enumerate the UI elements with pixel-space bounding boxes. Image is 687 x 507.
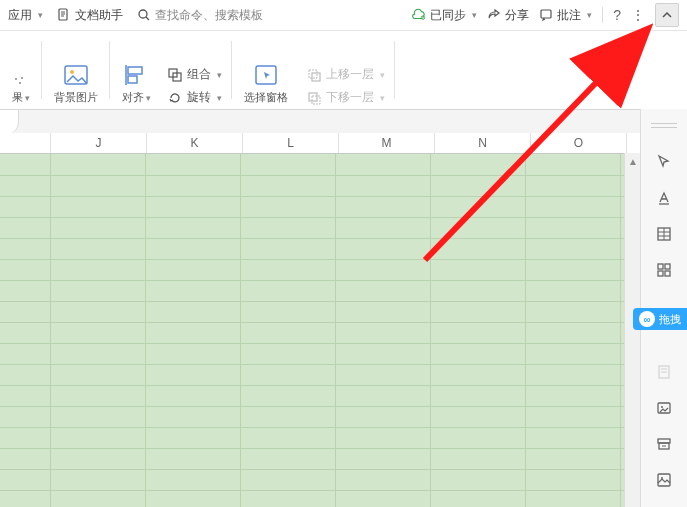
share-label: 分享 xyxy=(505,7,529,24)
svg-rect-21 xyxy=(658,271,663,276)
search-box[interactable]: 查找命令、搜索模板 xyxy=(137,7,263,24)
chevron-down-icon: ▾ xyxy=(472,10,477,20)
col-header[interactable]: J xyxy=(51,133,147,153)
col-header[interactable]: L xyxy=(243,133,339,153)
history-tool-button[interactable] xyxy=(652,360,676,384)
svg-rect-15 xyxy=(312,73,320,81)
link-icon: ∞ xyxy=(639,311,655,327)
svg-rect-10 xyxy=(128,76,137,83)
image-icon xyxy=(63,62,89,88)
svg-rect-3 xyxy=(541,10,551,18)
apps-tool-button[interactable] xyxy=(652,258,676,282)
more-button[interactable]: ⋮ xyxy=(631,7,645,23)
select-pane-button[interactable]: 选择窗格 xyxy=(240,60,292,107)
rotate-icon xyxy=(167,90,183,106)
image-tool-button[interactable] xyxy=(652,468,676,492)
select-pane-icon xyxy=(253,62,279,88)
apply-label: 应用 xyxy=(8,7,32,24)
combine-button[interactable]: 组合▾ xyxy=(165,65,224,84)
col-header[interactable]: M xyxy=(339,133,435,153)
svg-point-1 xyxy=(139,10,147,18)
chevron-down-icon: ▾ xyxy=(38,10,43,20)
doc-helper-icon xyxy=(57,8,71,22)
annotate-button[interactable]: 批注 ▾ xyxy=(539,7,592,24)
svg-rect-9 xyxy=(128,67,142,74)
move-up-button[interactable]: 上移一层▾ xyxy=(304,65,387,84)
layer-down-icon xyxy=(306,90,322,106)
title-bar: 应用 ▾ 文档助手 查找命令、搜索模板 已同步 ▾ xyxy=(0,0,687,31)
svg-rect-14 xyxy=(309,70,317,78)
drag-tab-label: 拖拽 xyxy=(659,312,681,327)
svg-point-4 xyxy=(15,78,17,80)
chevron-up-icon xyxy=(661,9,673,21)
archive-tool-button[interactable] xyxy=(652,432,676,456)
drag-handle-icon[interactable] xyxy=(651,123,677,128)
cloud-sync-icon xyxy=(412,8,426,22)
svg-rect-20 xyxy=(665,264,670,269)
cursor-tool-button[interactable] xyxy=(652,150,676,174)
formula-bar-strip xyxy=(0,110,687,135)
search-icon xyxy=(137,8,151,22)
annotate-label: 批注 xyxy=(557,7,581,24)
collapse-ribbon-button[interactable] xyxy=(655,3,679,27)
doc-helper[interactable]: 文档助手 xyxy=(57,7,123,24)
svg-point-5 xyxy=(19,82,21,84)
search-placeholder: 查找命令、搜索模板 xyxy=(155,7,263,24)
col-header[interactable]: N xyxy=(435,133,531,153)
align-icon xyxy=(124,62,150,88)
format-tool-button[interactable] xyxy=(652,186,676,210)
column-headers: J K L M N O xyxy=(0,133,641,154)
apply-menu[interactable]: 应用 ▾ xyxy=(8,7,43,24)
vertical-scrollbar[interactable]: ▲ xyxy=(624,153,641,507)
svg-point-25 xyxy=(661,406,663,408)
layer-up-icon xyxy=(306,67,322,83)
share-button[interactable]: 分享 xyxy=(487,7,529,24)
align-button[interactable]: 对齐▾ xyxy=(118,60,155,107)
svg-rect-19 xyxy=(658,264,663,269)
svg-point-29 xyxy=(661,477,663,479)
scroll-up-icon[interactable]: ▲ xyxy=(625,153,641,169)
svg-point-8 xyxy=(70,70,74,74)
combine-icon xyxy=(167,67,183,83)
share-icon xyxy=(487,8,501,22)
cells-area[interactable] xyxy=(0,154,641,507)
svg-rect-16 xyxy=(312,96,320,104)
ribbon: 果▾ 背景图片 对齐▾ 组合▾ xyxy=(0,31,687,110)
sheet-tab-curve xyxy=(0,110,19,134)
col-header[interactable]: O xyxy=(531,133,627,153)
divider xyxy=(602,7,603,23)
result-button[interactable]: 果▾ xyxy=(8,72,34,107)
svg-rect-28 xyxy=(658,474,670,486)
move-down-button[interactable]: 下移一层▾ xyxy=(304,88,387,107)
help-button[interactable]: ? xyxy=(613,7,621,23)
svg-point-6 xyxy=(21,77,23,79)
chevron-down-icon: ▾ xyxy=(587,10,592,20)
svg-rect-22 xyxy=(665,271,670,276)
gallery-tool-button[interactable] xyxy=(652,396,676,420)
col-header[interactable]: K xyxy=(147,133,243,153)
sync-label: 已同步 xyxy=(430,7,466,24)
spreadsheet-grid[interactable]: J K L M N O xyxy=(0,133,641,507)
doc-helper-label: 文档助手 xyxy=(75,7,123,24)
bg-image-button[interactable]: 背景图片 xyxy=(50,60,102,107)
sparkle-icon xyxy=(12,74,26,88)
rotate-button[interactable]: 旋转▾ xyxy=(165,88,224,107)
sync-status[interactable]: 已同步 ▾ xyxy=(412,7,477,24)
table-tool-button[interactable] xyxy=(652,222,676,246)
drag-tab[interactable]: ∞ 拖拽 xyxy=(633,308,687,330)
annotate-icon xyxy=(539,8,553,22)
svg-rect-17 xyxy=(309,93,317,101)
